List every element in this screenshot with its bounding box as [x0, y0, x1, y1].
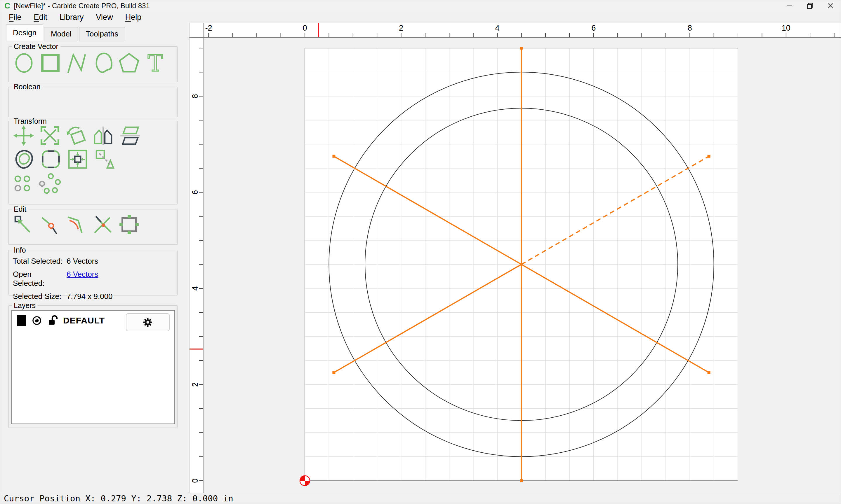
- layer-color-swatch[interactable]: [17, 315, 26, 326]
- minimize-icon: [786, 2, 794, 10]
- cursor-position-text: Cursor Position X: 0.279 Y: 2.738 Z: 0.0…: [4, 493, 233, 503]
- menu-file[interactable]: File: [3, 13, 28, 22]
- mirror-icon[interactable]: [92, 125, 114, 146]
- window-controls: [779, 0, 841, 11]
- edit-nodes-icon[interactable]: [14, 214, 34, 235]
- flip-vertical-icon[interactable]: [120, 125, 140, 146]
- group-title: Info: [12, 246, 28, 254]
- layer-settings-button[interactable]: [126, 313, 170, 331]
- menu-help[interactable]: Help: [119, 13, 148, 22]
- fillet-node-icon[interactable]: [66, 214, 87, 235]
- group-info: Info Total Selected: 6 Vectors Open Sele…: [8, 250, 177, 295]
- info-total-selected: Total Selected: 6 Vectors: [13, 257, 177, 266]
- layer-visibility-eye-icon[interactable]: [30, 316, 43, 325]
- restore-icon: [806, 2, 814, 10]
- close-icon: [826, 2, 835, 10]
- group-layers: Layers DEFAULT: [8, 305, 177, 428]
- boundary-box-icon[interactable]: [119, 214, 140, 235]
- group-boolean: Boolean: [8, 87, 177, 117]
- group-title: Create Vector: [12, 42, 61, 51]
- svg-text:-2: -2: [205, 24, 212, 32]
- align-icon[interactable]: [94, 149, 115, 170]
- group-create-vector: Create Vector T: [8, 47, 177, 82]
- text-tool-icon[interactable]: T: [145, 51, 166, 75]
- gear-icon: [142, 317, 153, 327]
- svg-text:6: 6: [191, 190, 200, 195]
- svg-text:0: 0: [191, 478, 200, 483]
- svg-text:2: 2: [191, 382, 200, 387]
- tabbar: Design Model Toolpaths: [6, 24, 125, 41]
- info-open-selected: Open Selected: 6 Vectors: [13, 270, 177, 288]
- group-edit: Edit: [8, 209, 177, 245]
- menu-view[interactable]: View: [90, 13, 119, 22]
- menubar: File Edit Library View Help: [0, 11, 841, 24]
- canvas-area[interactable]: -2024681002468: [189, 23, 841, 493]
- layer-row[interactable]: DEFAULT: [12, 311, 174, 326]
- polygon-tool-icon[interactable]: [119, 51, 140, 75]
- layer-name: DEFAULT: [63, 316, 105, 325]
- tab-model[interactable]: Model: [44, 27, 78, 41]
- circular-array-icon[interactable]: [37, 173, 62, 194]
- group-title: Layers: [12, 301, 38, 310]
- move-icon[interactable]: [14, 125, 34, 146]
- linear-array-icon[interactable]: [14, 174, 32, 193]
- open-selected-link[interactable]: 6 Vectors: [67, 270, 98, 288]
- tab-toolpaths[interactable]: Toolpaths: [79, 27, 125, 41]
- trim-vectors-icon[interactable]: [92, 214, 113, 235]
- app-logo-icon: C: [4, 0, 10, 11]
- svg-text:T: T: [148, 51, 163, 75]
- rotate-icon[interactable]: [66, 125, 86, 146]
- polyline-tool-icon[interactable]: [66, 51, 87, 75]
- rectangle-tool-icon[interactable]: [40, 51, 61, 75]
- left-panel: Design Model Toolpaths Create Vector T: [0, 24, 189, 493]
- titlebar: C [NewFile]* - Carbide Create PRO, Build…: [0, 0, 841, 11]
- svg-text:8: 8: [688, 24, 692, 32]
- group-title: Boolean: [12, 83, 42, 91]
- tab-design[interactable]: Design: [6, 24, 43, 41]
- canvas-svg[interactable]: -2024681002468: [189, 23, 841, 493]
- fillet-corners-icon[interactable]: [40, 149, 61, 170]
- group-transform: Transform: [8, 121, 177, 204]
- circle-tool-icon[interactable]: [14, 51, 34, 75]
- inner-offset-icon[interactable]: [67, 149, 88, 170]
- svg-text:4: 4: [191, 286, 200, 290]
- app-window: C [NewFile]* - Carbide Create PRO, Build…: [0, 0, 841, 504]
- info-selected-size: Selected Size: 7.794 x 9.000: [13, 292, 177, 301]
- minimize-button[interactable]: [779, 0, 800, 11]
- offset-icon[interactable]: [14, 149, 34, 170]
- svg-text:6: 6: [591, 24, 596, 32]
- menu-edit[interactable]: Edit: [28, 13, 54, 22]
- window-title: [NewFile]* - Carbide Create PRO, Build 8…: [14, 2, 150, 10]
- svg-text:2: 2: [399, 24, 403, 32]
- svg-text:0: 0: [303, 24, 307, 32]
- restore-button[interactable]: [800, 0, 820, 11]
- insert-node-icon[interactable]: [40, 214, 61, 235]
- svg-text:10: 10: [782, 24, 790, 32]
- curve-tool-icon[interactable]: [92, 51, 113, 75]
- scale-icon[interactable]: [40, 125, 60, 146]
- close-button[interactable]: [820, 0, 841, 11]
- menu-library[interactable]: Library: [53, 13, 90, 22]
- group-title: Transform: [12, 117, 49, 125]
- group-title: Edit: [12, 205, 28, 214]
- svg-text:4: 4: [495, 24, 500, 32]
- layer-lock-icon[interactable]: [48, 315, 58, 326]
- layers-list: DEFAULT: [11, 310, 175, 424]
- statusbar: Cursor Position X: 0.279 Y: 2.738 Z: 0.0…: [0, 493, 841, 504]
- svg-text:8: 8: [191, 94, 200, 98]
